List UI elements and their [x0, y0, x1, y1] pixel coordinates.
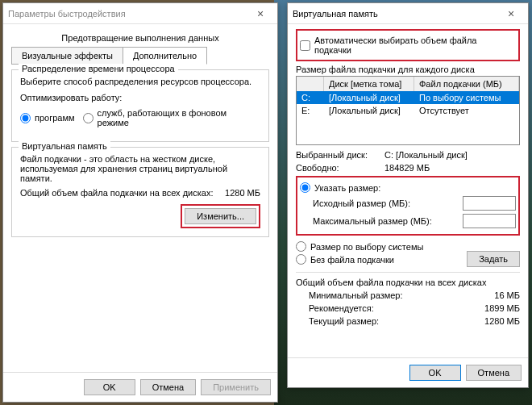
dep-header: Предотвращение выполнения данных: [11, 29, 269, 47]
col-file: Файл подкачки (МБ): [414, 77, 519, 91]
window-title: Параметры быстродействия: [8, 9, 126, 19]
free-value: 184829 МБ: [384, 163, 430, 173]
free-label: Свободно:: [296, 163, 384, 173]
radio-system-managed[interactable]: Размер по выбору системы: [296, 241, 467, 252]
cancel-button[interactable]: Отмена: [466, 365, 522, 381]
vm-desc: Файл подкачки - это область на жестком д…: [20, 154, 260, 183]
sel-drive-label: Выбранный диск:: [296, 150, 384, 160]
cpu-group: Распределение времени процессора Выберит…: [11, 69, 269, 142]
cur-value: 1280 МБ: [484, 316, 520, 326]
vm-total-label: Общий объем файла подкачки на всех диска…: [20, 188, 225, 198]
cpu-opt-label: Оптимизировать работу:: [20, 93, 260, 102]
vm-total-value: 1280 МБ: [225, 188, 260, 198]
tab-visual-effects[interactable]: Визуальные эффекты: [11, 47, 123, 65]
change-button[interactable]: Изменить...: [185, 208, 256, 224]
vm-group-label: Виртуальная память: [19, 141, 110, 151]
tabs: Визуальные эффекты Дополнительно: [11, 47, 269, 65]
initial-size-input[interactable]: [463, 196, 516, 211]
sel-drive-value: C: [Локальный диск]: [384, 150, 468, 160]
radio-no-pagefile[interactable]: Без файла подкачки: [296, 254, 467, 265]
radio-programs[interactable]: программ: [20, 113, 75, 123]
table-row[interactable]: E: [Локальный диск] Отсутствует: [297, 104, 519, 117]
cpu-group-label: Распределение времени процессора: [19, 64, 178, 73]
max-label: Максимальный размер (МБ):: [313, 216, 463, 226]
window-title: Виртуальная память: [293, 9, 378, 19]
auto-manage-checkbox[interactable]: Автоматически выбирать объем файла подка…: [300, 35, 516, 55]
performance-options-dialog: Параметры быстродействия × Предотвращени…: [2, 2, 278, 403]
titlebar: Виртуальная память ×: [288, 3, 528, 24]
max-size-input[interactable]: [463, 214, 516, 228]
radio-services[interactable]: служб, работающих в фоновом режиме: [83, 108, 260, 127]
close-icon[interactable]: ×: [248, 7, 272, 20]
titlebar: Параметры быстродействия ×: [3, 3, 277, 24]
total-header: Общий объем файла подкачки на всех диска…: [296, 278, 520, 287]
vm-group: Виртуальная память Файл подкачки - это о…: [11, 147, 269, 237]
cpu-desc: Выберите способ распределения ресурсов п…: [20, 77, 260, 86]
initial-label: Исходный размер (МБ):: [313, 198, 463, 208]
min-label: Минимальный размер:: [309, 290, 494, 300]
cancel-button[interactable]: Отмена: [140, 379, 196, 395]
per-drive-label: Размер файла подкачки для каждого диска: [296, 65, 520, 74]
radio-custom-size[interactable]: Указать размер:: [300, 182, 516, 193]
cur-label: Текущий размер:: [309, 316, 484, 326]
col-drive: Диск [метка тома]: [324, 77, 414, 91]
tab-advanced[interactable]: Дополнительно: [123, 47, 207, 65]
set-button[interactable]: Задать: [467, 251, 520, 267]
ok-button[interactable]: OK: [84, 379, 135, 395]
virtual-memory-dialog: Виртуальная память × Автоматически выбир…: [287, 2, 529, 388]
min-value: 16 МБ: [494, 290, 520, 300]
apply-button[interactable]: Применить: [201, 379, 271, 395]
table-row[interactable]: C: [Локальный диск] По выбору системы: [297, 91, 519, 104]
close-icon[interactable]: ×: [499, 7, 523, 20]
rec-label: Рекомендуется:: [309, 303, 484, 313]
rec-value: 1899 МБ: [484, 303, 520, 313]
drive-table[interactable]: Диск [метка тома] Файл подкачки (МБ) C: …: [296, 76, 520, 145]
ok-button[interactable]: OK: [409, 365, 461, 381]
